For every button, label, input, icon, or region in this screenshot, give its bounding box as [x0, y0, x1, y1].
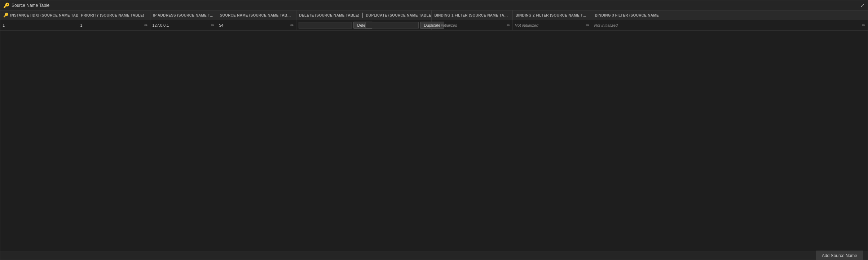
table-header-row: 🔑 INSTANCE [IDX] (SOURCE NAME TABLE) PRI… [0, 10, 868, 20]
binding1-edit-icon-0[interactable]: ✏ [507, 23, 510, 28]
cell-duplicate-0: Duplicate [363, 20, 431, 31]
col-header-binding1: BINDING 1 FILTER (SOURCE NAME TABLE) [431, 10, 512, 20]
col-header-delete: DELETE (SOURCE NAME TABLE) ▐ [296, 10, 363, 20]
key-icon: 🔑 [3, 3, 9, 8]
cell-binding2-0: Not initialized ✏ [512, 20, 592, 31]
col-header-instance: 🔑 INSTANCE [IDX] (SOURCE NAME TABLE) [0, 10, 78, 20]
table-container: 🔑 INSTANCE [IDX] (SOURCE NAME TABLE) PRI… [0, 10, 868, 251]
key-header-icon: 🔑 [3, 13, 9, 18]
col-header-source-name: SOURCE NAME (SOURCE NAME TABLE) [217, 10, 296, 20]
source-name-table: 🔑 INSTANCE [IDX] (SOURCE NAME TABLE) PRI… [0, 10, 868, 31]
duplicate-input-0[interactable] [365, 22, 419, 28]
window-title: Source Name Table [12, 3, 49, 8]
bar-chart-icon-delete: ▐ [361, 13, 363, 18]
binding3-edit-icon-0[interactable]: ✏ [862, 23, 865, 28]
col-header-binding2: BINDING 2 FILTER (SOURCE NAME TABLE) [512, 10, 592, 20]
add-source-button[interactable]: Add Source Name [816, 251, 863, 260]
col-header-priority: PRIORITY (SOURCE NAME TABLE) [78, 10, 150, 20]
delete-input-0[interactable] [299, 22, 352, 28]
expand-icon[interactable]: ⤢ [860, 3, 865, 8]
col-header-binding3: BINDING 3 FILTER (SOURCE NAME [592, 10, 868, 20]
cell-source-name-0: $4 ✏ [217, 20, 296, 31]
col-header-duplicate: DUPLICATE (SOURCE NAME TABLE) ▐ [363, 10, 431, 20]
priority-edit-icon-0[interactable]: ✏ [144, 23, 148, 28]
binding2-edit-icon-0[interactable]: ✏ [586, 23, 590, 28]
cell-priority-0: 1 ✏ [78, 20, 150, 31]
source-name-edit-icon-0[interactable]: ✏ [290, 23, 294, 28]
cell-ip-0: 127.0.0.1 ✏ [150, 20, 217, 31]
cell-delete-0: Delete [296, 20, 363, 31]
cell-binding3-0: Not initialized ✏ [592, 20, 868, 31]
title-bar-left: 🔑 Source Name Table [3, 3, 49, 8]
ip-edit-icon-0[interactable]: ✏ [211, 23, 215, 28]
title-bar: 🔑 Source Name Table ⤢ [0, 0, 868, 10]
cell-instance-0: 1 [0, 20, 78, 31]
table-row: 1 1 ✏ 127.0.0.1 ✏ $4 ✏ [0, 20, 868, 31]
footer: Add Source Name [0, 251, 868, 260]
col-header-ip: IP ADDRESS (SOURCE NAME TABLE) [150, 10, 217, 20]
main-window: 🔑 Source Name Table ⤢ 🔑 INSTANCE [IDX] (… [0, 0, 868, 260]
